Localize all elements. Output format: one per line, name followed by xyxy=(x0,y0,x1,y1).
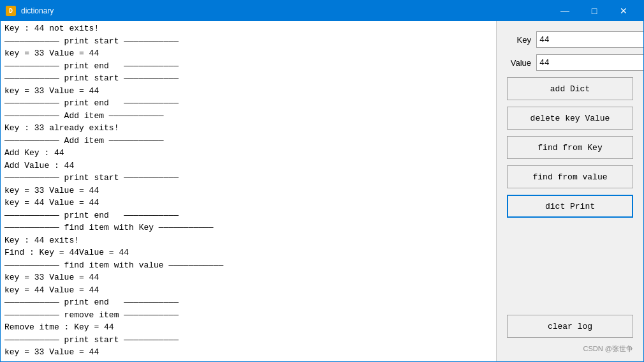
log-line: ——————————— print start ——————————— xyxy=(4,172,492,185)
key-input[interactable] xyxy=(536,31,643,48)
log-line: Remove itme : Key = 44 xyxy=(4,321,492,334)
dict-print-button[interactable]: dict Print xyxy=(507,195,633,218)
log-line: Key : 44 exits! xyxy=(4,234,492,247)
log-line: Key : 44 not exits! xyxy=(4,22,492,35)
right-panel: Key Value add Dict delete key Value find… xyxy=(497,21,643,361)
log-line: ——————————— print end ——————————— xyxy=(4,60,492,73)
spacer xyxy=(507,224,633,308)
watermark: CSDN @张世争 xyxy=(507,344,633,356)
title-buttons: — □ ✕ xyxy=(550,1,638,21)
log-line: Add Key : 44 xyxy=(4,147,492,160)
log-line: ——————————— print end ——————————— xyxy=(4,209,492,222)
log-line: key = 33 Value = 44 xyxy=(4,346,492,359)
log-line: key = 44 Value = 44 xyxy=(4,284,492,297)
log-line: ——————————— find item with value ———————… xyxy=(4,259,492,272)
log-line: key = 33 Value = 44 xyxy=(4,47,492,60)
log-line: Find : Key = 44Value = 44 xyxy=(4,246,492,259)
log-line: ——————————— print start ——————————— xyxy=(4,72,492,85)
minimize-button[interactable]: — xyxy=(550,1,580,21)
log-line: ——————————— print end ——————————— xyxy=(4,296,492,309)
log-line: ——————————— find item with Key —————————… xyxy=(4,222,492,234)
close-button[interactable]: ✕ xyxy=(609,1,638,21)
log-line: Key : 33 already exits! xyxy=(4,122,492,135)
find-from-key-button[interactable]: find from Key xyxy=(507,136,633,159)
log-line: key = 33 Value = 44 xyxy=(4,85,492,98)
content-area: ——————————— Add item ———————————Add Key … xyxy=(1,21,643,361)
key-label: Key xyxy=(507,35,531,45)
value-label: Value xyxy=(507,58,531,68)
key-field-row: Key xyxy=(507,31,633,48)
find-from-value-button[interactable]: find from value xyxy=(507,165,633,188)
log-panel[interactable]: ——————————— Add item ———————————Add Key … xyxy=(1,21,497,361)
app-icon-letter: D xyxy=(9,8,13,15)
log-line: ——————————— Add item ——————————— xyxy=(4,135,492,147)
delete-key-value-button[interactable]: delete key Value xyxy=(507,107,633,130)
window-title: dictionary xyxy=(21,6,550,15)
app-icon: D xyxy=(6,6,16,16)
value-input[interactable] xyxy=(536,54,643,71)
log-line: ——————————— print start ——————————— xyxy=(4,35,492,48)
log-line: key = 33 Value = 44 xyxy=(4,271,492,284)
log-line: ——————————— print end ——————————— xyxy=(4,97,492,110)
clear-log-button[interactable]: clear log xyxy=(507,315,633,338)
log-line: ——————————— remove item ——————————— xyxy=(4,309,492,322)
log-line: Add Value : 44 xyxy=(4,160,492,172)
log-line: key = 33 Value = 44 xyxy=(4,185,492,197)
log-line: ——————————— Add item ——————————— xyxy=(4,110,492,123)
value-field-row: Value xyxy=(507,54,633,71)
maximize-button[interactable]: □ xyxy=(580,1,609,21)
add-dict-button[interactable]: add Dict xyxy=(507,77,633,100)
log-line: key = 44 Value = 44 xyxy=(4,197,492,209)
title-bar: D dictionary — □ ✕ xyxy=(1,1,643,21)
log-line: ——————————— print start ——————————— xyxy=(4,334,492,347)
main-window: D dictionary — □ ✕ ——————————— Add item … xyxy=(0,0,644,362)
